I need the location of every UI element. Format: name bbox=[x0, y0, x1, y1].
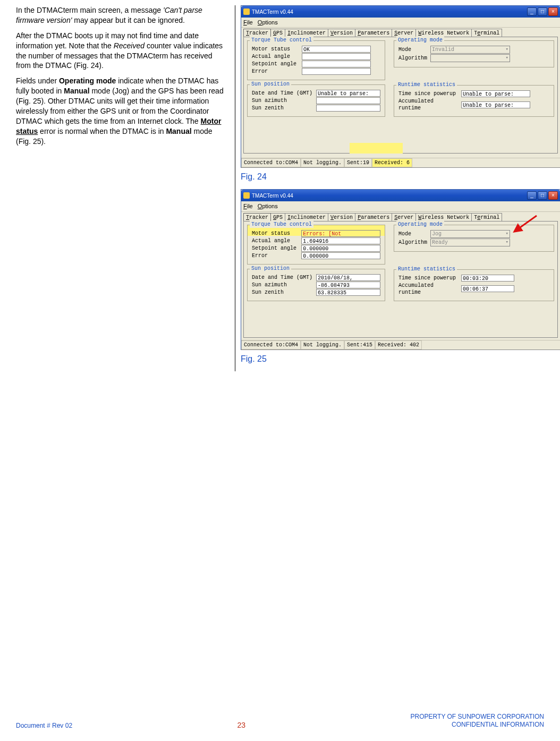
label-sun-zenith: Sun zenith bbox=[252, 105, 314, 112]
footer-property: PROPERTY OF SUNPOWER CORPORATION bbox=[411, 713, 544, 720]
maximize-button[interactable]: □ bbox=[538, 191, 547, 200]
group-sun-title: Sun position bbox=[250, 265, 291, 272]
field-setpoint-angle: 0.000000 bbox=[301, 245, 380, 252]
label-setpoint-angle: Setpoint angle bbox=[252, 61, 300, 67]
status-logging: Not logging. bbox=[301, 158, 344, 167]
label-motor-status: Motor status bbox=[252, 230, 299, 237]
window-title: TMACTerm v0.44 bbox=[252, 192, 293, 199]
highlight-marker bbox=[350, 143, 403, 154]
maximize-button[interactable]: □ bbox=[538, 7, 547, 16]
tabs-bar: Tracker GPS Inclinometer Version Paramet… bbox=[241, 28, 560, 37]
p3-bold-2: Manual bbox=[64, 87, 89, 95]
select-algorithm[interactable]: Ready bbox=[430, 239, 510, 246]
label-sun-zenith: Sun zenith bbox=[252, 289, 314, 296]
tab-tracker[interactable]: Tracker bbox=[243, 213, 271, 221]
label-error: Error bbox=[252, 252, 299, 259]
tab-parameters[interactable]: Parameters bbox=[355, 213, 392, 221]
group-sun: Sun position Date and Time (GMT)2010/08/… bbox=[247, 269, 385, 301]
footer-doc-rev: Document # Rev 02 bbox=[16, 722, 72, 729]
tab-inclinometer[interactable]: Inclinometer bbox=[285, 29, 328, 37]
select-algorithm[interactable] bbox=[430, 54, 510, 62]
statusbar: Connected to:COM4 Not logging. Sent:415 … bbox=[241, 340, 560, 350]
field-setpoint-angle bbox=[302, 61, 371, 67]
label-setpoint-angle: Setpoint angle bbox=[252, 245, 299, 252]
field-date-time: Unable to parse: null bbox=[316, 90, 380, 97]
field-acc-runtime: 00:06:37 bbox=[461, 285, 514, 292]
status-received: Received: 402 bbox=[375, 340, 422, 350]
group-rt: Runtime statistics Time since powerupUna… bbox=[394, 85, 554, 117]
status-sent: Sent:415 bbox=[344, 340, 375, 350]
p3-text-a: Fields under bbox=[16, 76, 59, 85]
menu-options[interactable]: Options bbox=[258, 203, 278, 209]
status-received: Received: 6 bbox=[372, 158, 412, 167]
label-acc-runtime: Accumulated runtime bbox=[398, 282, 459, 296]
svg-line-1 bbox=[518, 216, 537, 229]
label-actual-angle: Actual angle bbox=[252, 237, 299, 244]
tab-wireless[interactable]: Wireless Network bbox=[415, 213, 472, 221]
tab-server[interactable]: Server bbox=[392, 213, 416, 221]
minimize-button[interactable]: _ bbox=[527, 191, 537, 200]
tab-tracker[interactable]: Tracker bbox=[243, 29, 271, 37]
titlebar[interactable]: TMACTerm v0.44 _ □ × bbox=[241, 6, 560, 18]
label-motor-status: Motor status bbox=[252, 46, 300, 53]
menubar: File Options bbox=[241, 201, 560, 211]
field-actual-angle bbox=[302, 53, 371, 60]
tab-parameters[interactable]: Parameters bbox=[355, 29, 392, 37]
titlebar[interactable]: TMACTerm v0.44 _ □ × bbox=[241, 190, 560, 201]
field-error bbox=[302, 68, 371, 75]
tabs-bar: Tracker GPS Inclinometer Version Paramet… bbox=[241, 212, 560, 221]
field-error: 0.000000 bbox=[301, 252, 380, 259]
tab-terminal[interactable]: Terminal bbox=[471, 29, 502, 37]
group-ttc-title: Torque Tube control bbox=[250, 37, 313, 44]
field-acc-runtime: Unable to parse: null bbox=[461, 101, 530, 108]
label-mode: Mode bbox=[398, 231, 428, 237]
p3-text-d: error is normal when the DTMAC is in bbox=[38, 127, 166, 135]
p1-text-b: may appear but it can be ignored. bbox=[72, 16, 184, 24]
menu-file[interactable]: File bbox=[243, 203, 253, 209]
select-mode[interactable]: Jog bbox=[430, 230, 510, 238]
field-date-time: 2010/08/18, 17:40:10 bbox=[316, 274, 380, 281]
label-time-powerup: Time since powerup bbox=[398, 275, 459, 282]
tab-version[interactable]: Version bbox=[328, 213, 355, 221]
label-algorithm: Algorithm bbox=[398, 55, 428, 62]
fig25-caption: Fig. 25 bbox=[241, 354, 560, 364]
footer-confidential: CONFIDENTIAL INFORMATION bbox=[452, 721, 544, 728]
minimize-button[interactable]: _ bbox=[527, 7, 537, 16]
menu-file[interactable]: File bbox=[243, 19, 253, 25]
label-algorithm: Algorithm bbox=[398, 239, 428, 246]
field-sun-azimuth bbox=[316, 97, 380, 104]
group-ttc: Torque Tube control Motor statusErrors: … bbox=[247, 225, 385, 265]
group-ttc: Torque Tube control Motor statusOK Actua… bbox=[247, 40, 385, 80]
group-op: Operating mode ModeInvalid Algorithm bbox=[394, 40, 554, 67]
tab-gps[interactable]: GPS bbox=[270, 213, 285, 221]
group-rt-title: Runtime statistics bbox=[396, 81, 457, 88]
tab-server[interactable]: Server bbox=[392, 29, 416, 37]
label-error: Error bbox=[252, 68, 300, 75]
field-motor-status: Errors: [Not controlled] bbox=[301, 230, 380, 237]
p1-text-a: In the DTMACterm main screen, a message bbox=[16, 6, 163, 14]
status-logging: Not logging. bbox=[301, 340, 344, 350]
fig25-screenshot: TMACTerm v0.44 _ □ × File Options Tracke… bbox=[241, 189, 560, 350]
menu-options[interactable]: Options bbox=[258, 19, 278, 25]
instruction-text: In the DTMACterm main screen, a message … bbox=[16, 5, 228, 371]
app-icon bbox=[243, 8, 250, 15]
group-sun-title: Sun position bbox=[250, 81, 291, 88]
group-rt: Runtime statistics Time since powerup00:… bbox=[394, 269, 554, 301]
close-button[interactable]: × bbox=[548, 7, 558, 16]
select-mode[interactable]: Invalid bbox=[430, 46, 510, 54]
tab-version[interactable]: Version bbox=[328, 29, 355, 37]
status-connection: Connected to:COM4 bbox=[241, 158, 301, 167]
tab-wireless[interactable]: Wireless Network bbox=[415, 29, 472, 37]
label-acc-runtime: Accumulated runtime bbox=[398, 98, 459, 112]
app-icon bbox=[243, 192, 250, 199]
tab-inclinometer[interactable]: Inclinometer bbox=[285, 213, 328, 221]
label-date-time: Date and Time (GMT) bbox=[252, 90, 314, 97]
field-time-powerup: 00:03:20 bbox=[461, 275, 514, 282]
group-op-title: Operating mode bbox=[396, 221, 444, 228]
p2-text-i: Received bbox=[114, 41, 145, 50]
close-button[interactable]: × bbox=[548, 191, 558, 200]
footer-page-number: 23 bbox=[237, 721, 246, 729]
field-sun-zenith bbox=[316, 105, 380, 112]
tab-terminal[interactable]: Terminal bbox=[471, 213, 502, 221]
tab-gps[interactable]: GPS bbox=[270, 29, 285, 37]
